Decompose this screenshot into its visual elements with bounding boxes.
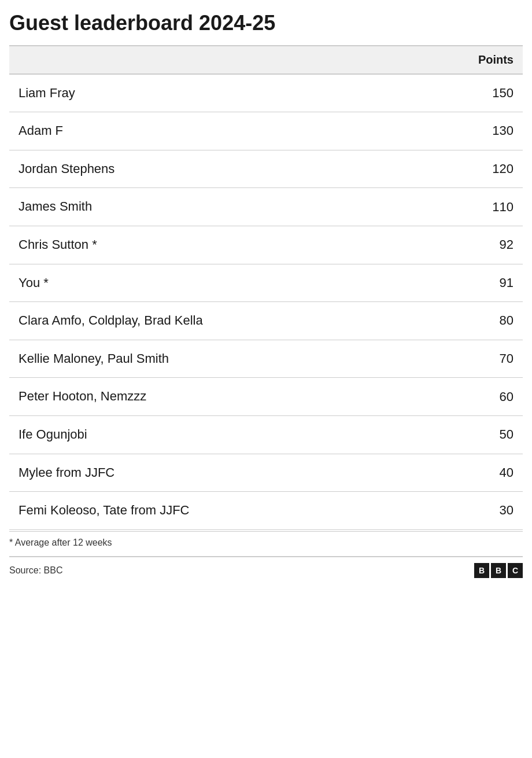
table-row: Jordan Stephens120 [9, 150, 523, 188]
row-points-10: 40 [266, 454, 523, 492]
table-row: Chris Sutton *92 [9, 226, 523, 264]
table-row: Ife Ogunjobi50 [9, 415, 523, 454]
row-name-9: Ife Ogunjobi [9, 415, 266, 454]
row-name-4: Chris Sutton * [9, 226, 266, 264]
row-name-1: Adam F [9, 112, 266, 150]
row-points-4: 92 [266, 226, 523, 264]
row-points-7: 70 [266, 340, 523, 378]
table-row: Kellie Maloney, Paul Smith70 [9, 340, 523, 378]
leaderboard-table: Points Liam Fray150Adam F130Jordan Steph… [9, 45, 523, 530]
bbc-logo-b1: B [474, 563, 489, 578]
table-row: You *91 [9, 264, 523, 302]
row-points-1: 130 [266, 112, 523, 150]
row-points-8: 60 [266, 378, 523, 416]
row-name-10: Mylee from JJFC [9, 454, 266, 492]
column-header-points: Points [266, 46, 523, 74]
row-name-6: Clara Amfo, Coldplay, Brad Kella [9, 302, 266, 340]
row-points-6: 80 [266, 302, 523, 340]
source-label: Source: BBC [9, 565, 62, 576]
bbc-logo-b2: B [491, 563, 506, 578]
table-row: Femi Koleoso, Tate from JJFC30 [9, 492, 523, 530]
table-row: Mylee from JJFC40 [9, 454, 523, 492]
row-name-11: Femi Koleoso, Tate from JJFC [9, 492, 266, 530]
table-row: James Smith110 [9, 188, 523, 226]
row-name-3: James Smith [9, 188, 266, 226]
row-name-7: Kellie Maloney, Paul Smith [9, 340, 266, 378]
row-points-2: 120 [266, 150, 523, 188]
row-name-2: Jordan Stephens [9, 150, 266, 188]
row-points-5: 91 [266, 264, 523, 302]
footnote: * Average after 12 weeks [9, 531, 523, 553]
row-points-0: 150 [266, 74, 523, 112]
row-points-9: 50 [266, 415, 523, 454]
column-header-name [9, 46, 266, 74]
row-name-8: Peter Hooton, Nemzzz [9, 378, 266, 416]
table-header-row: Points [9, 46, 523, 74]
row-name-5: You * [9, 264, 266, 302]
bbc-logo-c: C [508, 563, 523, 578]
page-title: Guest leaderboard 2024-25 [9, 12, 523, 35]
row-name-0: Liam Fray [9, 74, 266, 112]
row-points-11: 30 [266, 492, 523, 530]
source-bar: Source: BBC B B C [9, 556, 523, 584]
table-row: Adam F130 [9, 112, 523, 150]
table-row: Clara Amfo, Coldplay, Brad Kella80 [9, 302, 523, 340]
bbc-logo: B B C [474, 563, 523, 578]
table-row: Peter Hooton, Nemzzz60 [9, 378, 523, 416]
table-row: Liam Fray150 [9, 74, 523, 112]
row-points-3: 110 [266, 188, 523, 226]
